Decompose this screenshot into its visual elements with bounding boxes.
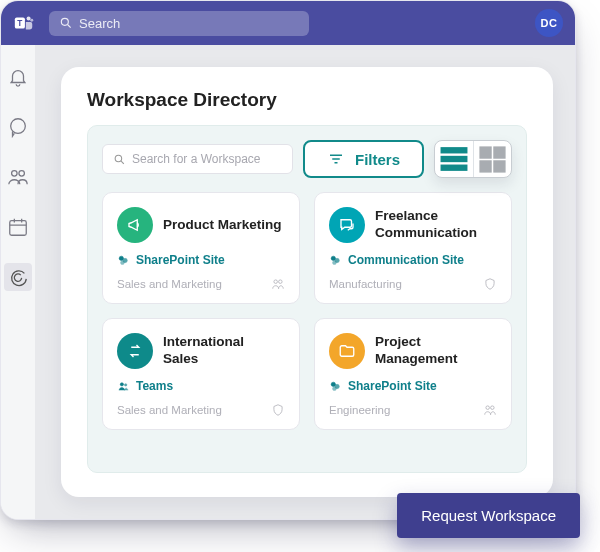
svg-point-27: [121, 260, 125, 264]
search-icon: [59, 16, 73, 30]
svg-point-7: [12, 171, 17, 177]
workspace-badge: [117, 207, 153, 243]
svg-rect-23: [480, 161, 491, 172]
svg-point-6: [11, 119, 26, 134]
sidebar: [1, 45, 35, 519]
chat-icon: [7, 116, 29, 138]
swirl-icon: [7, 266, 29, 288]
svg-point-2: [27, 16, 31, 20]
workspace-grid: Product Marketing SharePoint Site Sales …: [102, 192, 512, 430]
workspace-site-type: Communication Site: [329, 253, 497, 267]
people-icon: [483, 403, 497, 417]
sharepoint-icon: [329, 254, 342, 267]
view-list-button[interactable]: [435, 141, 473, 177]
exchange-icon: [126, 342, 144, 360]
svg-point-4: [61, 18, 68, 25]
sharepoint-icon: [329, 380, 342, 393]
svg-rect-24: [494, 161, 505, 172]
svg-text:T: T: [17, 19, 22, 28]
page-title: Workspace Directory: [87, 89, 527, 111]
speech-icon: [338, 216, 356, 234]
svg-point-33: [120, 382, 123, 385]
workspace-card[interactable]: International Sales Teams Sales and Mark…: [102, 318, 300, 430]
workspace-site-type: SharePoint Site: [117, 253, 285, 267]
workspace-directory-panel: Workspace Directory Filters: [61, 67, 553, 497]
svg-line-14: [121, 161, 124, 164]
people-icon: [7, 166, 29, 188]
svg-point-3: [30, 19, 33, 22]
sidebar-item-orchestry[interactable]: [4, 263, 32, 291]
megaphone-icon: [126, 216, 144, 234]
top-bar: T DC: [1, 1, 575, 45]
sidebar-item-chat[interactable]: [4, 113, 32, 141]
svg-rect-19: [441, 157, 466, 162]
sidebar-item-activity[interactable]: [4, 63, 32, 91]
svg-rect-9: [10, 221, 27, 236]
sidebar-item-calendar[interactable]: [4, 213, 32, 241]
workspace-badge: [117, 333, 153, 369]
workspace-badge: [329, 207, 365, 243]
workspace-category: Manufacturing: [329, 278, 402, 290]
grid-icon: [474, 141, 511, 178]
workspace-card[interactable]: Product Marketing SharePoint Site Sales …: [102, 192, 300, 304]
shield-icon: [271, 403, 285, 417]
workspace-badge: [329, 333, 365, 369]
filters-button[interactable]: Filters: [303, 140, 424, 178]
svg-point-29: [279, 280, 283, 284]
workspace-site-type: SharePoint Site: [329, 379, 497, 393]
workspace-title: Product Marketing: [163, 217, 282, 234]
global-search-input[interactable]: [79, 16, 299, 31]
directory-controls: Filters: [102, 140, 512, 178]
workspace-search[interactable]: [102, 144, 293, 174]
teams-icon: [117, 380, 130, 393]
workspace-title: Project Management: [375, 334, 495, 368]
svg-point-32: [333, 260, 337, 264]
svg-rect-18: [441, 148, 466, 153]
request-workspace-button[interactable]: Request Workspace: [397, 493, 580, 538]
sharepoint-icon: [117, 254, 130, 267]
avatar[interactable]: DC: [535, 9, 563, 37]
filters-button-label: Filters: [355, 151, 400, 168]
calendar-icon: [7, 216, 29, 238]
global-search[interactable]: [49, 11, 309, 36]
svg-rect-22: [494, 147, 505, 158]
svg-point-8: [19, 171, 24, 177]
workspace-category: Engineering: [329, 404, 390, 416]
people-icon: [271, 277, 285, 291]
main-area: Workspace Directory Filters: [35, 45, 575, 519]
list-icon: [435, 140, 473, 178]
svg-point-39: [491, 406, 495, 410]
sidebar-item-teams[interactable]: [4, 163, 32, 191]
svg-rect-20: [441, 165, 466, 170]
ms-teams-icon: T: [13, 12, 35, 34]
workspace-category: Sales and Marketing: [117, 278, 222, 290]
search-icon: [113, 153, 126, 166]
svg-point-34: [124, 383, 126, 385]
svg-point-28: [274, 280, 278, 284]
view-grid-button[interactable]: [473, 141, 511, 177]
workspace-title: International Sales: [163, 334, 283, 368]
folder-icon: [338, 342, 356, 360]
workspace-site-type: Teams: [117, 379, 285, 393]
workspace-card[interactable]: Project Management SharePoint Site Engin…: [314, 318, 512, 430]
workspace-title: Freelance Communication: [375, 208, 495, 242]
workspace-category: Sales and Marketing: [117, 404, 222, 416]
svg-point-37: [333, 386, 337, 390]
svg-line-5: [68, 25, 71, 28]
svg-point-38: [486, 406, 490, 410]
view-toggle: [434, 140, 512, 178]
workspace-card[interactable]: Freelance Communication Communication Si…: [314, 192, 512, 304]
svg-point-13: [115, 155, 122, 162]
bell-icon: [7, 66, 29, 88]
shield-icon: [483, 277, 497, 291]
app-window: T DC: [0, 0, 576, 520]
directory-container: Filters: [87, 125, 527, 473]
workspace-search-input[interactable]: [132, 152, 282, 166]
filter-icon: [327, 150, 345, 168]
svg-rect-21: [480, 147, 491, 158]
